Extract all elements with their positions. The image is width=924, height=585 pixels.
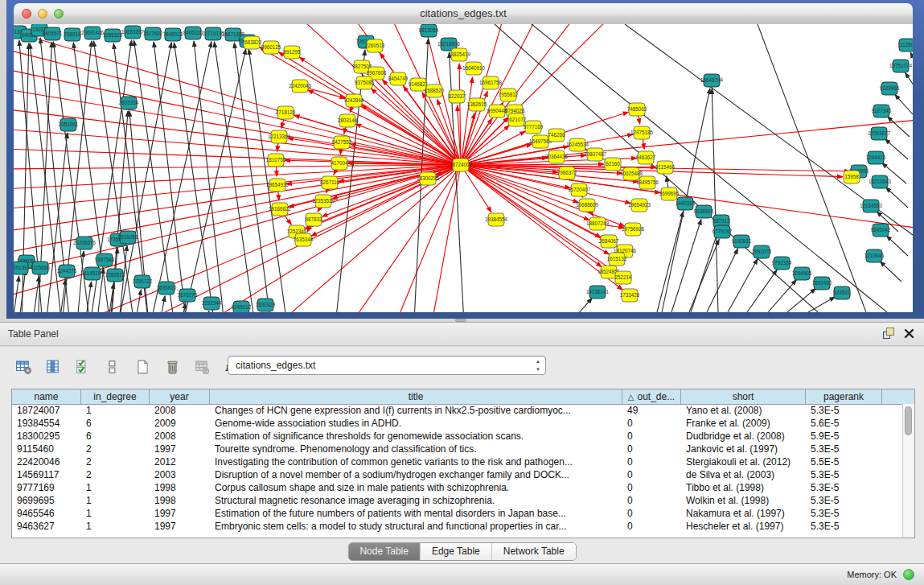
red-edge[interactable] [461,165,843,177]
black-edge[interactable] [110,111,128,312]
graph-node[interactable]: 8427552 [332,136,352,149]
table-settings-button[interactable] [13,356,34,377]
graph-node[interactable]: 2803144 [338,114,358,127]
black-edge[interactable] [78,251,84,312]
graph-node[interactable]: 822037 [448,90,466,103]
table-row[interactable]: 1938455462009Genome-wide association stu… [12,417,902,430]
graph-node[interactable]: 2260518 [365,39,385,52]
black-edge[interactable] [885,139,908,159]
table-row[interactable]: 2242004622012Investigating the contribut… [12,455,902,468]
black-edge[interactable] [154,42,187,312]
graph-node[interactable]: 2718126 [276,106,296,119]
red-edge[interactable] [461,113,474,165]
scrollbar-thumb[interactable] [905,406,912,435]
table-row[interactable]: 1830029562008Estimation of significance … [12,430,902,443]
column-settings-button[interactable] [43,356,64,377]
black-edge[interactable] [671,220,701,312]
graph-node[interactable]: 9960125 [261,41,281,54]
graph-node[interactable]: 9397548 [95,253,115,266]
graph-node[interactable]: 1991078 [752,245,772,258]
graph-node[interactable]: 9245042 [871,224,891,237]
table-row[interactable]: 911546021997Tourette syndrome. Phenomeno… [12,443,902,455]
graph-node[interactable]: 20691406 [81,27,105,39]
graph-node[interactable]: 12093877 [868,127,891,140]
graph-node[interactable]: 9115460 [655,161,676,174]
column-header-out-de-[interactable]: △out_de... [622,389,681,404]
graph-node[interactable]: 62160 [605,158,621,171]
red-edge[interactable] [14,109,461,165]
graph-node[interactable]: 7846013 [163,28,183,41]
black-edge[interactable] [880,262,901,282]
black-edge[interactable] [906,72,913,93]
graph-node[interactable]: 252214 [614,271,632,284]
graph-node[interactable]: 1678275 [178,289,198,302]
graph-node[interactable]: 987833 [305,213,322,226]
graph-node[interactable]: 9792354 [772,257,792,270]
black-edge[interactable] [887,117,910,137]
graph-node[interactable]: 15720407 [568,183,591,196]
graph-node[interactable]: 1615132 [607,253,627,266]
network-canvas[interactable]: 1872400781312940551903394055712069142069… [14,24,913,312]
black-edge[interactable] [808,297,835,312]
black-edge[interactable] [895,94,913,114]
graph-node[interactable]: 10653287 [121,26,145,39]
table-select-dropdown[interactable]: citations_edges.txt ▲▼ [228,356,546,375]
tab-network-table[interactable]: Network Table [492,543,576,560]
graph-node[interactable]: 1892450 [812,277,832,290]
graph-node[interactable]: 206914 [64,28,81,41]
graph-node[interactable]: 20364436 [545,150,569,163]
graph-node[interactable]: 12213364 [268,130,291,143]
graph-node[interactable]: 20206576 [73,237,97,249]
graph-node[interactable]: 924501 [833,286,851,299]
graph-node[interactable]: 9699695 [659,187,680,200]
table-row[interactable]: 946554611997Estimation of the future num… [12,507,902,520]
black-edge[interactable] [183,49,246,312]
black-edge[interactable] [747,270,777,312]
table-row[interactable]: 977716911998Corpus callosum shape and si… [12,481,902,494]
black-edge[interactable] [133,40,175,312]
graph-node[interactable]: 9405571 [43,27,63,40]
delete-table-disabled-button[interactable] [191,356,212,377]
black-edge[interactable] [118,43,171,312]
graph-node[interactable]: 7635344 [294,233,314,246]
graph-node[interactable]: 1795722 [133,275,153,288]
graph-node[interactable]: 19384554 [485,213,508,226]
black-edge[interactable] [885,187,908,208]
graph-node[interactable]: 8454749 [388,72,409,85]
tab-node-table[interactable]: Node Table [348,543,421,560]
graph-node[interactable]: 1830329 [256,299,276,311]
column-header-in-degree[interactable]: in_degree [81,389,150,404]
graph-node[interactable]: 10688609 [576,199,599,212]
black-edge[interactable] [691,229,719,312]
close-panel-icon[interactable] [904,328,914,339]
black-edge[interactable] [886,236,908,256]
graph-node[interactable]: 114519 [84,267,101,280]
graph-node[interactable]: 9463627 [636,151,656,164]
black-edge[interactable] [577,298,592,312]
graph-node[interactable]: 1588520 [425,84,445,97]
network-window-titlebar[interactable]: citations_edges.txt [14,3,913,25]
graph-node[interactable]: 1350513 [105,269,125,282]
new-document-button[interactable] [132,356,153,377]
graph-node[interactable]: 8938924 [694,205,714,218]
tab-edge-table[interactable]: Edge Table [421,543,492,560]
graph-node[interactable]: 1210646 [864,249,885,262]
graph-node[interactable]: 1527602 [143,27,163,40]
graph-node[interactable]: 15751074 [889,60,913,72]
table-row[interactable]: 969969511998Structural magnetic resonanc… [12,494,902,507]
black-edge[interactable] [768,280,796,312]
graph-node[interactable]: 9375085 [355,76,375,89]
graph-node[interactable]: 1292344 [202,297,222,310]
graph-node[interactable]: 16961758 [479,76,503,89]
black-edge[interactable] [532,24,887,312]
graph-node[interactable]: 14136141 [586,286,610,299]
column-header-name[interactable]: name [12,389,81,404]
black-edge[interactable] [657,212,683,312]
graph-node[interactable]: 2516055 [118,231,138,244]
graph-node[interactable]: 16648794 [700,74,724,87]
table-row[interactable]: 946362711997Embryonic stem cells: a mode… [12,520,902,533]
graph-node[interactable]: 2684067 [599,235,619,248]
graph-node[interactable]: 7485063 [627,103,647,116]
graph-node[interactable]: 1244415 [866,151,886,164]
delete-attribute-button[interactable] [162,356,183,377]
